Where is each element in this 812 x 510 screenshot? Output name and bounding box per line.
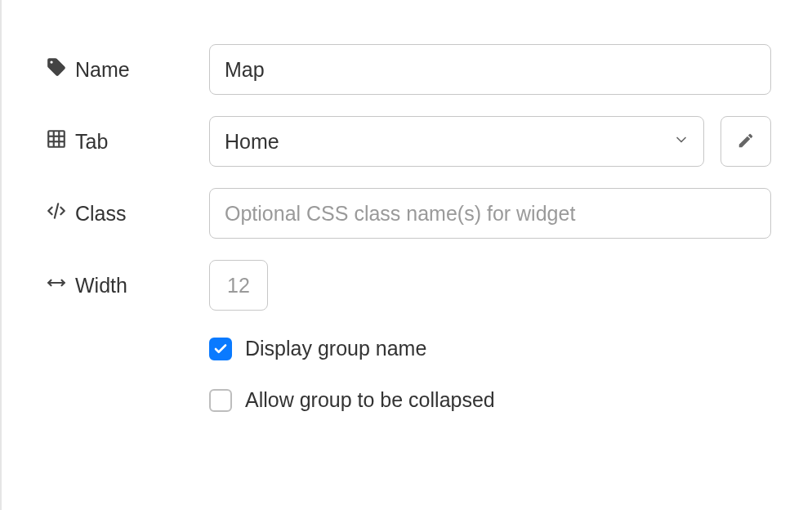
allow-collapse-checkbox[interactable]: [209, 389, 232, 412]
class-row: Class: [46, 188, 771, 239]
display-group-label: Display group name: [245, 337, 426, 360]
tab-label: Tab: [75, 130, 108, 154]
width-control: [209, 260, 771, 311]
svg-line-5: [55, 204, 58, 217]
tab-select[interactable]: Home: [209, 116, 704, 167]
class-label-group: Class: [46, 200, 209, 226]
width-row: Width: [46, 260, 771, 311]
grid-icon: [46, 128, 67, 154]
arrows-horizontal-icon: [46, 272, 67, 298]
code-icon: [46, 200, 67, 226]
tag-icon: [46, 56, 67, 83]
edit-tab-button[interactable]: [721, 116, 771, 167]
tab-label-group: Tab: [46, 128, 209, 154]
allow-collapse-row: Allow group to be collapsed: [209, 388, 771, 412]
class-label: Class: [75, 202, 127, 226]
pencil-icon: [737, 132, 755, 152]
class-control: [209, 188, 771, 239]
display-group-checkbox[interactable]: [209, 338, 232, 360]
name-input[interactable]: [209, 44, 771, 95]
width-label-group: Width: [46, 272, 209, 298]
allow-collapse-label: Allow group to be collapsed: [245, 388, 495, 412]
name-label-group: Name: [46, 56, 209, 83]
class-input[interactable]: [209, 188, 771, 239]
tab-row: Tab Home: [46, 116, 771, 167]
width-input[interactable]: [209, 260, 268, 311]
name-control: [209, 44, 771, 95]
tab-control: Home: [209, 116, 771, 167]
width-label: Width: [75, 274, 127, 298]
name-label: Name: [75, 58, 130, 82]
widget-settings-form: Name Tab Home: [46, 44, 771, 412]
tab-select-wrap: Home: [209, 116, 704, 167]
svg-rect-0: [48, 131, 65, 147]
display-group-row: Display group name: [209, 337, 771, 360]
name-row: Name: [46, 44, 771, 95]
